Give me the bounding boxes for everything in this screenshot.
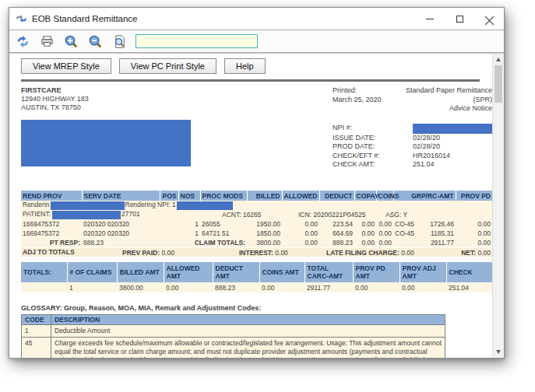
totals-header-row: TOTALS: # OF CLAIMS BILLED AMT ALLOWED A…: [21, 262, 492, 282]
pt-resp-row: PT RESP: 888.23 CLAIM TOTALS: 3800.00 0.…: [21, 238, 492, 247]
claim-totals-label: CLAIM TOTALS:: [160, 238, 247, 247]
check-amt-value: 251.04: [413, 160, 435, 170]
line1-coins: 0.00: [376, 219, 393, 229]
col-copay: COPAY: [354, 191, 376, 201]
line2-allowed: 0.00: [282, 229, 319, 238]
glossary-desc-45: Charge exceeds fee schedule/maximum allo…: [51, 338, 445, 359]
col-prov-pd: PROV PD: [456, 191, 492, 201]
interest-label: INTEREST:: [239, 249, 273, 257]
totals-col-prov-pd: PROV PD AMT: [353, 262, 399, 282]
pt-resp-value: 888.23: [82, 238, 160, 247]
view-buttons-row: View MREP Style View PC Print Style Help: [21, 58, 492, 74]
totals-prov-pd: 0.00: [353, 282, 399, 292]
maximize-icon: [456, 16, 463, 23]
line1-rend-prov: 1669475372: [21, 219, 82, 229]
app-icon: [16, 14, 27, 23]
eob-window: EOB Standard Remittance: [9, 7, 505, 359]
interest-value: 0.00: [275, 249, 288, 257]
line1-proc-mods: 26055: [200, 219, 247, 229]
line1-prov-pd: 0.00: [456, 219, 492, 229]
glossary-col-description: DESCRIPTION: [51, 315, 445, 325]
scrollbar-track[interactable]: [493, 65, 504, 346]
scroll-up-button[interactable]: [493, 54, 504, 65]
npi-label: NPI #:: [333, 124, 413, 133]
window-title: EOB Standard Remittance: [32, 14, 138, 23]
col-billed: BILLED: [247, 191, 282, 201]
line1-rc-amt: 1726.46: [430, 220, 454, 228]
redacted-patient-name: [52, 211, 121, 219]
net-label: NET:: [461, 249, 476, 257]
line1-billed: 1950.00: [247, 219, 282, 229]
check-info-grid: NPI #: ISSUE DATE: 02/28/20 PROD DATE: 0…: [333, 124, 492, 170]
title-bar: EOB Standard Remittance: [9, 8, 504, 30]
line2-serv-date: 020320 020320: [82, 229, 160, 238]
minimize-icon: [426, 19, 434, 19]
rendering-provider-row: RenderinRendering NPI: 1: [21, 201, 492, 210]
late-filing-label: LATE FILING CHARGE:: [326, 249, 399, 257]
totals-check: 251.04: [446, 282, 492, 292]
col-proc-mods: PROC MODS: [200, 191, 247, 201]
line2-rend-prov: 1669475372: [21, 229, 82, 238]
col-rend-prov: REND PROV: [21, 191, 82, 201]
help-button[interactable]: Help: [224, 58, 266, 74]
close-icon: [485, 15, 494, 23]
document-pane: View MREP Style View PC Print Style Help…: [9, 54, 492, 358]
redacted-rendering-npi: [177, 201, 233, 210]
claim-totals-billed: 3800.00: [247, 238, 282, 247]
glossary-header-row: CODE DESCRIPTION: [22, 315, 445, 325]
search-input[interactable]: [136, 34, 258, 48]
line2-prov-pd: 0.00: [456, 229, 492, 238]
service-line-row: 1669475372 020320 020320 1 26055 1950.00…: [21, 219, 492, 229]
totals-billed: 3800.00: [117, 282, 164, 292]
totals-claims: 1: [67, 282, 117, 292]
line2-deduct: 664.69: [319, 229, 354, 238]
zoom-in-icon[interactable]: [63, 33, 79, 49]
remit-type-line2: (SPR): [473, 96, 493, 105]
print-icon[interactable]: [39, 33, 55, 49]
scrollbar-thumb[interactable]: [495, 65, 502, 103]
minimize-button[interactable]: [415, 8, 445, 30]
totals-deduct: 888.23: [213, 282, 259, 292]
claim-totals-allowed: 0.00: [282, 238, 319, 247]
refresh-icon[interactable]: [15, 33, 30, 49]
line1-serv-date: 020320 020320: [82, 219, 160, 229]
line1-deduct: 223.54: [319, 219, 354, 229]
totals-col-coins: COINS AMT: [259, 262, 304, 282]
late-filing-value: 0.00: [401, 249, 414, 257]
totals-carc: 2911.77: [304, 282, 353, 292]
net-value: 0.00: [477, 249, 491, 257]
issue-date-value: 02/28/20: [413, 134, 440, 143]
glossary-desc-1: Deductible Amount: [51, 325, 445, 338]
zoom-out-icon[interactable]: [87, 33, 103, 49]
adj-to-totals-label: ADJ TO TOTALS: [23, 248, 75, 256]
redacted-provider-address: [21, 120, 191, 166]
remit-header: FIRSTCARE 12940 HIGHWAY 183 AUSTIN, TX 7…: [21, 86, 492, 186]
close-button[interactable]: [474, 8, 504, 30]
prod-date-value: 02/28/20: [413, 142, 440, 152]
line2-nos: 1: [178, 229, 200, 238]
printed-date: March 25, 2020: [333, 96, 382, 105]
claim-header-row: REND PROV SERV DATE POS NOS PROC MODS BI…: [21, 191, 492, 201]
scroll-down-button[interactable]: [493, 346, 504, 358]
totals-data-row: 1 3800.00 0.00 888.23 0.00 2911.77 0.00 …: [21, 282, 492, 292]
patient-acnt: ACNT: 16265: [222, 210, 262, 219]
view-pc-print-style-button[interactable]: View PC Print Style: [119, 58, 216, 74]
scroll-down-icon: [496, 350, 501, 354]
service-line-row: 1669475372 020320 020320 1 64721 51 1850…: [21, 229, 492, 238]
totals-col-billed: BILLED AMT: [117, 262, 164, 282]
vertical-scrollbar[interactable]: [492, 54, 504, 358]
maximize-button[interactable]: [445, 8, 474, 30]
claim-totals-deduct: 888.23: [319, 238, 354, 247]
line2-copay: 0.00: [354, 229, 376, 238]
view-mrep-style-button[interactable]: View MREP Style: [21, 58, 111, 74]
claim-totals-coins: 0.00: [376, 238, 393, 247]
line1-allowed: 0.00: [282, 219, 319, 229]
totals-prov-adj: 0.00: [399, 282, 446, 292]
find-in-document-icon[interactable]: [111, 33, 127, 49]
patient-asg: ASG: Y: [385, 210, 407, 219]
totals-col-totals: TOTALS:: [21, 262, 67, 282]
content-area: View MREP Style View PC Print Style Help…: [9, 53, 504, 358]
prev-paid-value: 0.00: [161, 249, 174, 257]
check-amt-label: CHECK AMT:: [333, 160, 413, 170]
line1-nos: 1: [178, 219, 200, 229]
